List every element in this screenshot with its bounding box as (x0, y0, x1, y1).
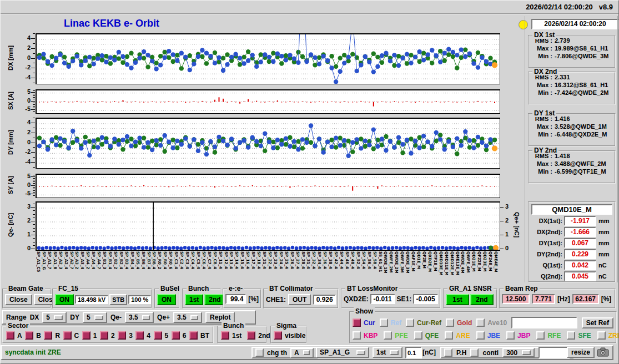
panel-divider (525, 16, 525, 282)
range-dx-select[interactable]: 5 (42, 312, 67, 323)
show-checkbox-cur[interactable] (353, 318, 361, 327)
y-minor-tick (33, 92, 35, 93)
bunch-checkbox-2nd[interactable] (247, 331, 255, 340)
min-label: Min : (530, 53, 552, 59)
bunch-1st-button[interactable]: 1st (185, 294, 203, 305)
range-label: Range (6, 314, 27, 321)
bpm-name: SP_A2_7 (69, 251, 74, 282)
y-minor-tick (33, 90, 35, 91)
sector-checkbox-a[interactable] (6, 331, 14, 340)
replot-button[interactable]: Replot (205, 312, 235, 323)
fc15-stb-button[interactable]: STB (109, 294, 127, 305)
show-item-ave10: Ave10 (476, 318, 507, 327)
bpm-name: SP_B7_4 (147, 251, 151, 282)
selected-monitor-panel: QMD10E_M DX(1st):-1.917mmDX(2nd):-1.666m… (528, 201, 616, 282)
sector-checkbox-5[interactable] (154, 331, 162, 340)
fc15-on-button[interactable]: ON (55, 294, 74, 305)
max-value: 3.488@QWFE_2M (555, 160, 606, 167)
bpm-name: QWDE_3M (405, 251, 410, 282)
show-checkbox-gold[interactable] (446, 318, 454, 327)
camera-icon[interactable] (597, 347, 609, 359)
show-label-rfe: RFE (547, 332, 561, 340)
bpm-name: QTF1E_M (433, 251, 437, 282)
bpm-name: SP_B6_4 (141, 251, 145, 282)
gr-a1-2nd-button[interactable]: 2nd (470, 294, 494, 305)
show-checkbox-ave10[interactable] (476, 318, 485, 327)
monitor-row-label: Q(2nd): (530, 273, 562, 280)
bpm-name: SP_21_4 (262, 251, 266, 282)
y-tick-label: -4 (15, 158, 31, 165)
y-minor-tick (33, 48, 35, 49)
bunch-order-select[interactable]: 1st (373, 347, 402, 358)
ref-name-input[interactable] (511, 317, 577, 328)
bpm-name: QAF1E_M (411, 251, 415, 282)
show-checkbox-kbp[interactable] (353, 331, 361, 340)
chg-th-select[interactable]: A (290, 348, 314, 358)
show-checkbox-rfe[interactable] (536, 331, 545, 340)
show-checkbox-are[interactable] (445, 331, 453, 340)
sector-checkbox-bt[interactable] (189, 331, 198, 340)
show-checkbox-jbp[interactable] (506, 331, 515, 340)
bpm-name: SP_14_4 (234, 251, 239, 282)
y-minor-tick (33, 162, 35, 163)
chg-th-checkbox[interactable] (255, 348, 264, 357)
bpm-name: SP_56_4 (367, 251, 371, 282)
rms-value: 2.739 (555, 37, 570, 44)
busel-on-button[interactable]: ON (157, 294, 176, 305)
max-label: Max : (530, 82, 552, 88)
show-checkbox-cur-ref[interactable] (406, 318, 414, 327)
show-checkbox-ref[interactable] (380, 318, 388, 327)
y-minor-tick (33, 143, 35, 143)
threshold-unit: [nC] (422, 348, 436, 356)
bpm-name: SP_B3_4 (124, 251, 129, 282)
qe-plus-tick-mark (500, 235, 504, 235)
sector-checkbox-4[interactable] (135, 331, 144, 340)
spare-input[interactable] (539, 347, 570, 358)
y-minor-tick (33, 194, 35, 194)
sp-select[interactable]: SP_A1_G (316, 347, 369, 358)
bpm-name: SP_28_4 (301, 251, 305, 282)
bpm-name: SP_46_4 (345, 251, 349, 282)
monitor-row: Q(1st):0.042nC (530, 260, 613, 270)
bpm-name: QD1E_M (416, 251, 421, 282)
bunch-checkbox-1st[interactable] (221, 331, 229, 340)
sector-checkbox-b[interactable] (25, 331, 33, 340)
bunch-label-1st: 1st (232, 332, 241, 340)
sector-item-bt: BT (189, 331, 209, 340)
range-qem-select[interactable]: 3.5 (125, 312, 154, 323)
y-minor-tick (33, 189, 35, 189)
sector-checkbox-r[interactable] (44, 331, 52, 340)
set-ref-button[interactable]: Set Ref (582, 317, 613, 328)
beam-gate-close1-button[interactable]: Close (5, 294, 32, 305)
stats-group-title: DY 2nd (532, 146, 558, 154)
qe-plus-axis-line (500, 207, 500, 249)
y-minor-tick (33, 101, 35, 102)
sector-label-3: 3 (129, 332, 133, 340)
sector-checkbox-1[interactable] (82, 331, 90, 340)
qxd2e-readout: -0.011 (370, 294, 395, 304)
sigma-checkbox-visible[interactable] (274, 331, 282, 340)
sector-checkbox-2[interactable] (100, 331, 108, 340)
ph-checkbox[interactable] (444, 348, 452, 357)
resize-button[interactable]: resize (567, 347, 595, 358)
range-qep-select[interactable]: 3.5 (173, 312, 202, 323)
show-checkbox-zre[interactable] (597, 331, 606, 340)
threshold-input[interactable] (405, 347, 422, 358)
bpm-name: QWFE_4M (466, 251, 470, 282)
show-checkbox-sfe[interactable] (567, 331, 575, 340)
show-checkbox-jbe[interactable] (476, 331, 485, 340)
gr-a1-1st-button[interactable]: 1st (446, 294, 469, 305)
show-checkbox-pfe[interactable] (384, 331, 392, 340)
monitor-row-unit: mm (598, 240, 610, 246)
sector-checkbox-c[interactable] (63, 331, 72, 340)
sector-checkbox-3[interactable] (118, 331, 126, 340)
range-dy-select[interactable]: 5 (83, 312, 107, 323)
show-checkbox-qfe[interactable] (414, 331, 422, 340)
che1-out-button[interactable]: OUT (288, 294, 311, 305)
count-select[interactable]: 300 (502, 348, 535, 357)
y-minor-tick (33, 249, 35, 249)
sector-checkbox-6[interactable] (172, 331, 180, 340)
conti-checkbox[interactable] (470, 348, 479, 357)
min-label: Min : (530, 89, 552, 96)
y-minor-tick (33, 123, 35, 123)
